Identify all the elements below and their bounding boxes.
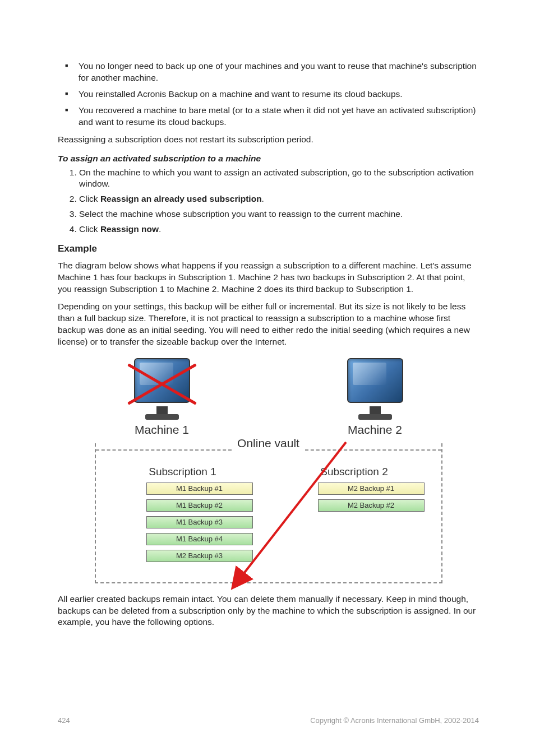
step-text: . (159, 224, 161, 234)
page-footer: 424 Copyright © Acronis International Gm… (58, 716, 479, 725)
paragraph-example-2: Depending on your settings, this backup … (58, 301, 479, 348)
step-text: Select the machine whose subscription yo… (79, 209, 403, 219)
copyright: Copyright © Acronis International GmbH, … (310, 716, 479, 725)
machine-1: Machine 1 (128, 358, 196, 437)
backup-box: M1 Backup #2 (146, 499, 253, 512)
monitor-icon (342, 358, 409, 420)
bullet-text: You recovered a machine to bare metal (o… (79, 105, 476, 127)
machine-2: Machine 2 (342, 358, 409, 437)
step-text: Click (79, 224, 100, 234)
bullet-item: You recovered a machine to bare metal (o… (79, 105, 479, 128)
machine-1-label: Machine 1 (135, 423, 189, 437)
bullet-item: You reinstalled Acronis Backup on a mach… (79, 89, 479, 100)
step-item: On the machine to which you want to assi… (79, 167, 479, 191)
backup-box: M1 Backup #3 (146, 516, 253, 528)
paragraph-closing: All earlier created backups remain intac… (58, 593, 479, 629)
vault-label: Online vault (232, 437, 305, 450)
backup-box: M1 Backup #1 (146, 483, 253, 495)
monitor-icon (128, 358, 196, 420)
subscription-2-title: Subscription 2 (320, 466, 388, 478)
step-item: Click Reassign an already used subscript… (79, 193, 479, 205)
paragraph-reassign-note: Reassigning a subscription does not rest… (58, 134, 479, 146)
backup-box: M2 Backup #2 (318, 499, 425, 512)
backup-box: M2 Backup #3 (146, 550, 253, 562)
reassign-diagram: Machine 1 Machine 2 Online vault Subscri… (95, 358, 442, 583)
online-vault: Online vault Subscription 1 M1 Backup #1… (95, 443, 442, 583)
subheading-assign: To assign an activated subscription to a… (58, 154, 479, 164)
bullet-item: You no longer need to back up one of you… (79, 61, 479, 84)
bullet-text: You no longer need to back up one of you… (79, 61, 477, 82)
step-text: On the machine to which you want to assi… (79, 168, 474, 189)
step-item: Select the machine whose subscription yo… (79, 208, 479, 220)
page-number: 424 (58, 716, 70, 725)
subscription-1: Subscription 1 M1 Backup #1 M1 Backup #2… (113, 466, 253, 567)
paragraph-example-1: The diagram below shows what happens if … (58, 260, 479, 295)
machine-2-label: Machine 2 (348, 423, 402, 437)
subscription-1-title: Subscription 1 (149, 466, 216, 478)
step-item: Click Reassign now. (79, 224, 479, 235)
intro-bullet-list: You no longer need to back up one of you… (58, 61, 479, 128)
subscription-2: Subscription 2 M2 Backup #1 M2 Backup #2 (284, 466, 425, 567)
step-text: Click (79, 194, 100, 203)
backup-box: M1 Backup #4 (146, 533, 253, 545)
step-text: . (262, 194, 264, 203)
bullet-text: You reinstalled Acronis Backup on a mach… (79, 89, 403, 99)
heading-example: Example (58, 243, 479, 254)
steps-list: On the machine to which you want to assi… (58, 167, 479, 236)
step-bold: Reassign an already used subscription (100, 194, 262, 203)
step-bold: Reassign now (100, 224, 159, 234)
backup-box: M2 Backup #1 (318, 483, 425, 495)
